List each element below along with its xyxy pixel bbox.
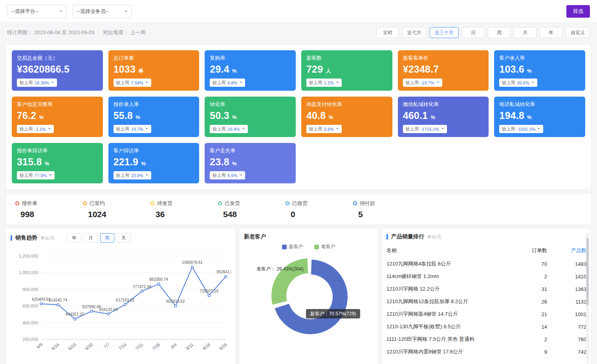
kpi-change-label: 较上周 <box>20 80 33 86</box>
product-count: 1363 <box>547 286 586 292</box>
time-range-button[interactable]: 年 <box>540 27 562 38</box>
kpi-card-unit: % <box>45 161 49 166</box>
kpi-card: 交易总金额（元）¥3620866.5较上周18.39% <box>12 50 103 91</box>
compare-dim-label: 对比维度： <box>103 29 128 36</box>
kpi-change-value: 1.1% <box>324 80 334 85</box>
svg-text:200,000: 200,000 <box>22 337 38 342</box>
scrollbar-thumb[interactable] <box>586 238 589 305</box>
kpi-card-value: ¥2348.7 <box>403 64 484 75</box>
trend-tab[interactable]: 天 <box>117 233 131 243</box>
kpi-card-unit: % <box>232 68 237 74</box>
kpi-grid: 交易总金额（元）¥3620866.5较上周18.39%总订单量1033 单较上周… <box>12 50 585 183</box>
col-orders[interactable]: 订单数 <box>518 247 547 254</box>
trend-tab[interactable]: 年 <box>67 233 81 243</box>
kpi-change-badge[interactable]: 较上周18.39% <box>17 79 57 87</box>
rank-table-row: 1111-120田字网格 7.5公斤 黑色 普通料2760 <box>386 333 586 346</box>
kpi-change-badge[interactable]: 较上周5.6% <box>210 171 245 179</box>
kpi-change-value: 36.6% <box>517 80 529 85</box>
legend-label: 新客户 <box>289 243 303 250</box>
salesman-select[interactable]: --选择业务员-- <box>72 5 132 18</box>
time-range-button[interactable]: 近三十天 <box>430 27 459 38</box>
rank-table-row: 1210-130九脚平板(欧墅) 8.5公斤14772 <box>386 320 586 333</box>
kpi-card: 电话私域转化率194.8 %较上周-1591.3% <box>494 97 585 137</box>
kpi-change-badge[interactable]: 较上周0.6% <box>306 125 342 133</box>
col-products[interactable]: 产品数 <box>547 247 586 254</box>
svg-text:625409.61: 625409.61 <box>32 297 51 302</box>
kpi-change-label: 较上周 <box>309 80 322 86</box>
salesman-select-value: --选择业务员-- <box>77 8 109 15</box>
kpi-card: 询盘支付转化率40.8 %较上周0.6% <box>301 97 392 137</box>
time-range-button[interactable]: 周 <box>488 27 511 38</box>
time-range-button[interactable]: 月 <box>514 27 537 38</box>
order-count: 26 <box>518 299 547 305</box>
order-count: 2 <box>518 337 547 342</box>
kpi-change-badge[interactable]: 较上周-1.1% <box>17 125 54 133</box>
kpi-card-title: 客户录入率 <box>499 55 580 62</box>
trend-tab[interactable]: 月 <box>84 233 98 243</box>
product-count: 1410 <box>547 274 586 280</box>
trend-tab[interactable]: 周 <box>100 233 114 243</box>
status-count: 548 <box>223 210 286 219</box>
kpi-card-unit: 人 <box>326 68 331 74</box>
order-status-item: 已发货548 <box>218 200 286 219</box>
order-count: 21 <box>518 311 547 317</box>
kpi-card-unit: % <box>232 161 237 166</box>
status-label: 报价单 <box>22 200 37 207</box>
platform-select-value: --选择平台-- <box>11 8 38 15</box>
chevron-down-icon <box>441 128 444 131</box>
kpi-change-badge[interactable]: 较上周19.7% <box>114 125 151 133</box>
kpi-change-badge[interactable]: 较上周-1715.1% <box>403 125 447 133</box>
chevron-down-icon <box>48 128 51 131</box>
status-dot-icon <box>15 201 19 205</box>
order-count: 70 <box>518 261 547 267</box>
kpi-change-label: 较上周 <box>116 126 129 132</box>
customer-donut-chart: 老客户： 29.43%(304)新客户：70.57%(729) <box>244 250 374 362</box>
kpi-change-badge[interactable]: 较上周1.1% <box>306 79 342 87</box>
new-customer-label: 新客户：70.57%(729) <box>310 311 356 316</box>
chevron-down-icon <box>145 128 148 131</box>
kpi-card: 客户录入率103.6 %较上周36.6% <box>494 50 585 91</box>
kpi-change-value: 19.7% <box>131 127 143 132</box>
sales-trend-panel: 销售趋势 单位/元 年月周天 200,000400,000600,000800,… <box>5 228 236 364</box>
kpi-change-label: 较上周 <box>212 126 225 132</box>
chevron-down-icon <box>145 82 148 85</box>
svg-text:444321.37: 444321.37 <box>66 312 84 316</box>
svg-text:6/23: 6/23 <box>67 342 77 351</box>
svg-text:7/21: 7/21 <box>134 342 144 351</box>
kpi-card-value: 76.2 % <box>17 110 98 121</box>
kpi-card-title: 转化率 <box>210 101 291 108</box>
filter-button[interactable]: 筛选 <box>566 5 590 18</box>
sales-trend-chart: 200,000400,000600,000800,0001,000,0001,2… <box>11 246 231 360</box>
legend-item[interactable]: 新客户 <box>282 243 303 250</box>
time-range-button[interactable]: 近七天 <box>402 27 427 38</box>
legend-item[interactable]: 老客户 <box>314 243 335 250</box>
kpi-change-label: 较上周 <box>212 80 225 86</box>
bottom-section: 销售趋势 单位/元 年月周天 200,000400,000600,000800,… <box>5 228 592 364</box>
kpi-change-badge[interactable]: 较上周7.94% <box>114 79 151 87</box>
kpi-card-title: 交易总金额（元） <box>17 55 98 62</box>
kpi-change-badge[interactable]: 较上周4.8% <box>210 79 245 87</box>
platform-select[interactable]: --选择平台-- <box>7 5 67 18</box>
chevron-down-icon <box>531 82 535 85</box>
svg-text:8/18: 8/18 <box>201 342 211 351</box>
kpi-change-badge[interactable]: 较上周36.6% <box>499 79 537 87</box>
kpi-change-badge[interactable]: 较上周-1591.3% <box>499 125 543 133</box>
kpi-change-badge[interactable]: 较上周19.4% <box>210 125 247 133</box>
scrollbar[interactable] <box>586 232 589 364</box>
kpi-change-badge[interactable]: 较上周77.0% <box>17 171 55 179</box>
time-range-button[interactable]: 实时 <box>376 27 399 38</box>
kpi-change-label: 较上周 <box>406 80 419 86</box>
svg-text:6/9: 6/9 <box>36 342 43 349</box>
kpi-card-unit: % <box>141 161 146 166</box>
kpi-card-value: 221.9 % <box>114 156 194 168</box>
product-name: 1210川字网格 12.2公斤 <box>386 285 518 293</box>
time-range-button[interactable]: 自定义 <box>566 27 590 38</box>
chevron-down-icon <box>537 128 540 131</box>
time-range-button[interactable]: 日 <box>462 27 485 38</box>
kpi-panel: 交易总金额（元）¥3620866.5较上周18.39%总订单量1033 单较上周… <box>5 44 592 190</box>
kpi-change-badge[interactable]: 较上周23.9% <box>114 171 151 179</box>
product-name: 114cm镀锌钢管 1.2mm <box>386 273 518 280</box>
old-customer-label: 老客户： 29.43%(304) <box>256 266 304 272</box>
product-count: 1483 <box>547 261 586 267</box>
kpi-change-badge[interactable]: 较上周-19.7% <box>403 79 442 87</box>
